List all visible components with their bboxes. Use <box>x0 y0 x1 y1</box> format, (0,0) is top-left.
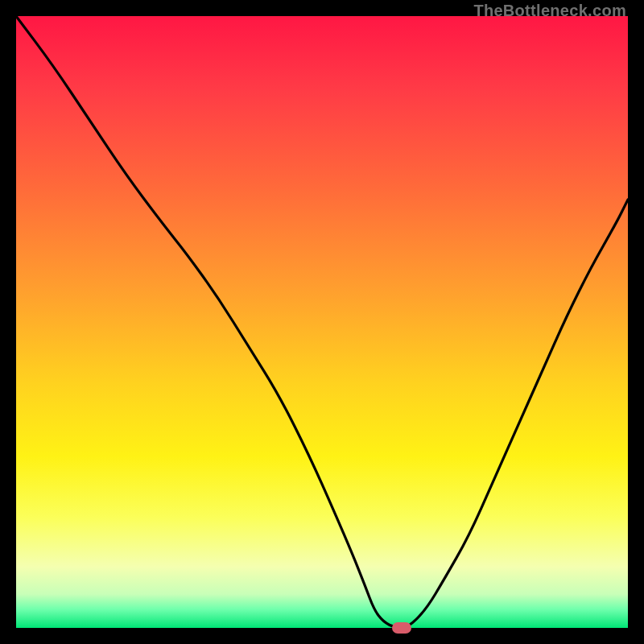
attribution-text: TheBottleneck.com <box>473 2 626 20</box>
optimal-marker <box>392 622 411 634</box>
bottleneck-curve <box>16 16 628 628</box>
plot-area <box>16 16 628 628</box>
chart-frame: TheBottleneck.com <box>0 0 644 644</box>
